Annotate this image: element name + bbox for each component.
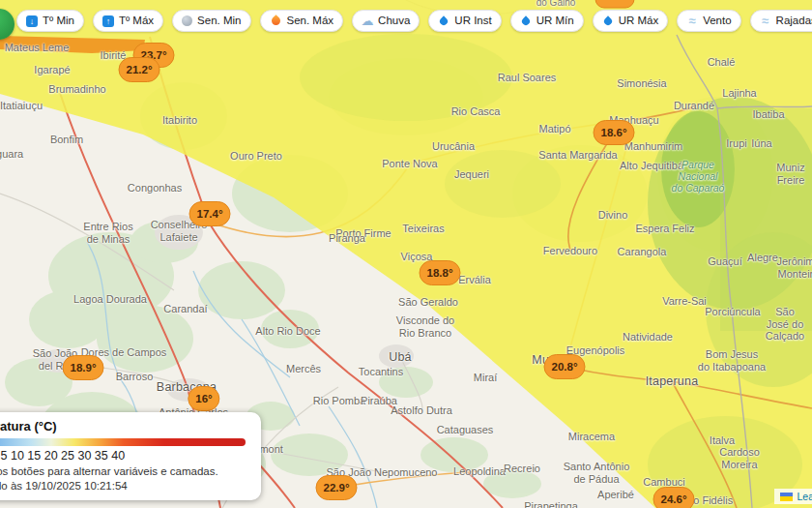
station-marker[interactable]: 18.8° (420, 260, 461, 285)
station-marker[interactable]: 24.6° (653, 487, 695, 508)
station-marker[interactable]: 21.2° (119, 57, 160, 82)
toolbar-button-label: Vento (703, 15, 731, 27)
toolbar-button-label: UR Mín (536, 15, 574, 27)
toolbar-button-label: Sen. Máx (287, 15, 334, 27)
toolbar-button-chuva[interactable]: Chuva (352, 10, 420, 32)
toolbar: Tº MinTº MáxSen. MinSen. MáxChuvaUR Inst… (16, 10, 812, 32)
toolbar-button-ur-max[interactable]: UR Máx (593, 10, 669, 32)
legend-title: Temperatura (°C) (0, 420, 246, 434)
toolbar-button-label: Tº Máx (119, 15, 154, 27)
temp-down-icon (26, 15, 38, 27)
toolbar-button-rajadas[interactable]: Rajadas (750, 10, 812, 32)
toolbar-button-ur-min[interactable]: UR Mín (510, 10, 584, 32)
station-marker[interactable]: 18.9° (63, 355, 104, 380)
legend-panel: Temperatura (°C) -10 -5 0 5 10 15 20 25 … (0, 412, 261, 500)
legend-help-text: Clique nos botões para alternar variávei… (0, 465, 246, 479)
toolbar-button-sen-max[interactable]: Sen. Máx (260, 10, 344, 32)
legend-gradient-bar (0, 438, 246, 446)
toolbar-button-vento[interactable]: Vento (677, 10, 740, 32)
toolbar-button-label: Chuva (378, 15, 410, 27)
toolbar-button-label: Sen. Min (197, 15, 241, 27)
map-attribution: Leaflet (774, 489, 812, 504)
cloud-icon (362, 15, 373, 27)
orb-icon (182, 15, 192, 26)
leaflet-flag-icon (780, 493, 793, 501)
station-marker[interactable]: 22.9° (316, 475, 358, 500)
toolbar-button-sen-min[interactable]: Sen. Min (172, 10, 250, 32)
toolbar-button-label: Tº Min (43, 15, 74, 27)
toolbar-button-temp-max[interactable]: Tº Máx (93, 10, 163, 32)
station-marker[interactable]: 20.8° (544, 354, 586, 379)
droplet-icon (520, 15, 531, 26)
station-marker[interactable]: 18.6° (594, 120, 635, 145)
droplet-icon (602, 15, 613, 26)
station-marker[interactable]: 17.4° (189, 201, 231, 226)
wind-icon (760, 15, 771, 27)
toolbar-button-temp-min[interactable]: Tº Min (16, 10, 84, 32)
leaflet-link[interactable]: Leaflet (797, 491, 812, 502)
wind-icon (686, 15, 698, 27)
toolbar-button-label: UR Inst (454, 15, 491, 27)
toolbar-button-label: Rajadas (776, 15, 812, 27)
legend-updated-text: Atualizado às 19/10/2025 10:21:54 (0, 480, 246, 493)
weather-map-app: do GalhoMateus LemeIbiritéIgarapéBrumadi… (0, 0, 812, 508)
temp-up-icon (102, 15, 114, 27)
toolbar-button-label: UR Máx (619, 15, 659, 27)
station-marker[interactable]: 16° (188, 386, 219, 411)
droplet-icon (439, 15, 450, 26)
legend-scale-labels: -10 -5 0 5 10 15 20 25 30 35 40 (0, 449, 246, 463)
flame-icon (270, 15, 282, 27)
toolbar-button-ur-inst[interactable]: UR Inst (428, 10, 501, 32)
